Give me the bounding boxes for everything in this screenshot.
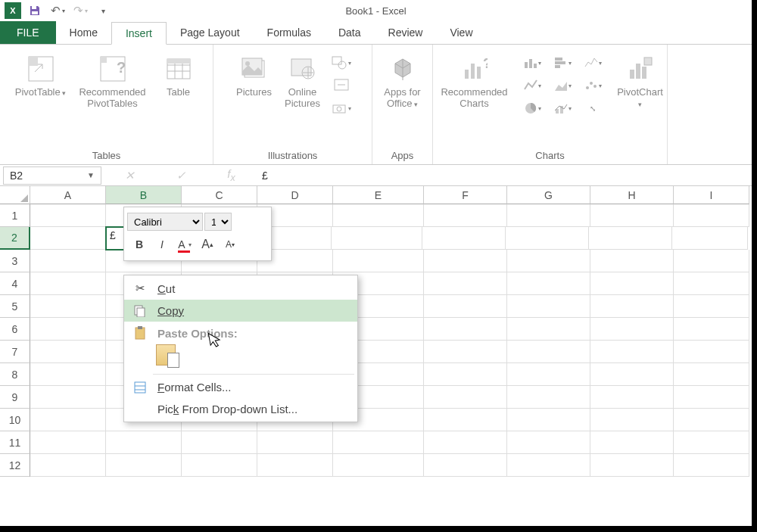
row-header-6[interactable]: 6 [0, 318, 30, 341]
col-header-A[interactable]: A [30, 186, 106, 204]
cell-A2[interactable] [30, 227, 106, 250]
charts-launcher-icon[interactable]: ⤡ [580, 98, 606, 119]
cell-H10[interactable] [590, 409, 674, 431]
smartart-icon[interactable] [329, 75, 354, 96]
col-header-I[interactable]: I [674, 186, 749, 204]
cell-F9[interactable] [424, 386, 507, 409]
cell-I9[interactable] [674, 386, 749, 409]
pie-chart-icon[interactable]: ▾ [519, 98, 545, 119]
row-header-5[interactable]: 5 [0, 295, 30, 318]
col-header-D[interactable]: D [257, 186, 333, 204]
cell-E3[interactable] [333, 250, 424, 272]
cell-A3[interactable] [30, 250, 106, 272]
cell-I1[interactable] [674, 204, 749, 227]
cell-A6[interactable] [30, 318, 106, 341]
cell-G11[interactable] [507, 431, 590, 454]
cell-F4[interactable] [424, 272, 507, 295]
cell-F2[interactable] [422, 227, 506, 250]
cell-A5[interactable] [30, 295, 106, 318]
cell-A11[interactable] [30, 431, 106, 454]
cell-I2[interactable] [672, 227, 748, 250]
area-chart-icon[interactable]: ▾ [550, 75, 575, 96]
shrink-font-button[interactable]: A▾ [221, 235, 239, 254]
cell-I7[interactable] [674, 341, 749, 363]
shapes-icon[interactable]: ▾ [329, 52, 354, 73]
confirm-entry-icon[interactable]: ✓ [176, 169, 186, 182]
cell-G12[interactable] [507, 454, 590, 477]
recommended-charts-button[interactable]: ? Recommended Charts [433, 52, 516, 111]
cell-I3[interactable] [674, 250, 749, 272]
cell-G5[interactable] [507, 295, 590, 318]
cell-G7[interactable] [507, 341, 590, 363]
cell-H5[interactable] [590, 295, 674, 318]
ctx-pick-list[interactable]: Pick From Drop-down List... [124, 398, 357, 420]
row-header-10[interactable]: 10 [0, 409, 30, 431]
cell-A4[interactable] [30, 272, 106, 295]
cell-A9[interactable] [30, 386, 106, 409]
cell-H8[interactable] [590, 363, 674, 386]
cell-I8[interactable] [674, 363, 749, 386]
cell-E1[interactable] [333, 204, 424, 227]
row-header-12[interactable]: 12 [0, 454, 30, 477]
save-icon[interactable] [26, 2, 44, 20]
font-color-button[interactable]: A ▾ [176, 235, 194, 254]
cell-F5[interactable] [424, 295, 507, 318]
col-header-C[interactable]: C [182, 186, 257, 204]
cell-H11[interactable] [590, 431, 674, 454]
qat-customize-icon[interactable]: ▾ [94, 2, 112, 20]
cell-I11[interactable] [674, 431, 749, 454]
cell-F12[interactable] [424, 454, 507, 477]
column-chart-icon[interactable]: ▾ [519, 52, 545, 73]
cell-D12[interactable] [257, 454, 333, 477]
bar-chart-icon[interactable]: ▾ [550, 52, 575, 73]
cell-G9[interactable] [507, 386, 590, 409]
row-header-7[interactable]: 7 [0, 341, 30, 363]
cell-G3[interactable] [507, 250, 590, 272]
tab-insert[interactable]: Insert [111, 22, 167, 45]
cell-H1[interactable] [590, 204, 674, 227]
ctx-format-cells[interactable]: Format Cells... [124, 376, 357, 398]
redo-icon[interactable]: ↷▾ [71, 2, 89, 20]
cell-B12[interactable] [106, 454, 182, 477]
cell-F6[interactable] [424, 318, 507, 341]
stock-chart-icon[interactable]: ▾ [580, 52, 606, 73]
row-header-2[interactable]: 2 [0, 227, 30, 250]
combo-chart-icon[interactable]: ▾ [550, 98, 575, 119]
ctx-cut[interactable]: ✂ Cut [124, 277, 357, 300]
apps-for-office-button[interactable]: Apps for Office [375, 52, 430, 111]
row-header-3[interactable]: 3 [0, 250, 30, 272]
tab-review[interactable]: Review [375, 21, 437, 44]
tab-file[interactable]: FILE [0, 21, 56, 44]
cancel-entry-icon[interactable]: ✕ [125, 169, 135, 182]
name-box[interactable]: B2 ▼ [3, 166, 101, 185]
cell-F3[interactable] [424, 250, 507, 272]
col-header-E[interactable]: E [333, 186, 424, 204]
line-chart-icon[interactable]: ▾ [519, 75, 545, 96]
grow-font-button[interactable]: A▴ [198, 235, 217, 254]
row-header-1[interactable]: 1 [0, 204, 30, 227]
table-button[interactable]: Table [157, 52, 200, 100]
row-header-4[interactable]: 4 [0, 272, 30, 295]
select-all-corner[interactable] [0, 186, 30, 204]
cell-A1[interactable] [30, 204, 106, 227]
screenshot-icon[interactable]: ▾ [329, 98, 354, 119]
ctx-copy[interactable]: Copy [124, 300, 357, 322]
cell-C11[interactable] [182, 431, 257, 454]
cell-H4[interactable] [590, 272, 674, 295]
pictures-button[interactable]: Pictures [232, 52, 277, 100]
cell-H9[interactable] [590, 386, 674, 409]
spreadsheet-grid[interactable]: A B C D E F G H I 1 2£ 3 4 5 6 7 8 9 10 … [0, 186, 752, 477]
col-header-H[interactable]: H [590, 186, 674, 204]
cell-E12[interactable] [333, 454, 424, 477]
cell-G10[interactable] [507, 409, 590, 431]
row-header-11[interactable]: 11 [0, 431, 30, 454]
fx-icon[interactable]: fx [227, 167, 235, 183]
italic-button[interactable]: I [153, 235, 171, 254]
cell-F10[interactable] [424, 409, 507, 431]
cell-G8[interactable] [507, 363, 590, 386]
cell-A7[interactable] [30, 341, 106, 363]
cell-F7[interactable] [424, 341, 507, 363]
cell-E11[interactable] [333, 431, 424, 454]
cell-E2[interactable] [332, 227, 422, 250]
cell-I12[interactable] [674, 454, 749, 477]
